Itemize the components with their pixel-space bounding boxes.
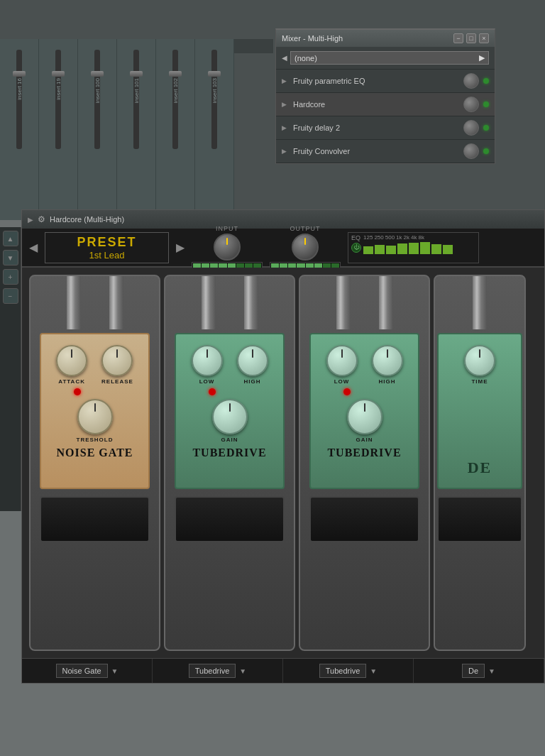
eq-bar-3[interactable]	[386, 246, 396, 254]
side-button-4[interactable]: −	[3, 288, 18, 304]
mixer-strips: insert 16 insert 19 insert 100 insert 10…	[0, 39, 273, 220]
pedal-face-tubedrive1: LOW HIGH GAIN TUBEDRIVE	[175, 333, 285, 489]
mixer-channel-100[interactable]: insert 100	[78, 39, 117, 220]
mixer-channel-103[interactable]: insert 103	[195, 39, 234, 220]
tubedrive1-top-knobs: LOW HIGH	[192, 345, 268, 385]
tubedrive2-top-knobs: LOW HIGH	[326, 345, 403, 385]
jack-right-tubedrive1	[244, 275, 258, 329]
release-label: RELEASE	[101, 378, 133, 385]
noisegate-led[interactable]	[74, 388, 81, 395]
bottom-label-tubedrive1: Tubedrive ▼	[153, 659, 283, 683]
eq-power-button[interactable]: ⏻	[351, 243, 361, 253]
preset-next-button[interactable]: ▶	[176, 241, 185, 254]
treshold-knob-wrapper: TRESHOLD	[77, 399, 114, 443]
restore-button[interactable]: □	[466, 33, 476, 43]
mixer-preset-dropdown[interactable]: (none) ▶	[290, 51, 489, 65]
eq-bar-6[interactable]	[420, 242, 430, 253]
mixer-effect-row-1[interactable]: ▶ Hardcore	[276, 93, 495, 116]
jack-left-tubedrive2	[336, 275, 351, 329]
tubedrive1-title: TUBEDRIVE	[192, 447, 266, 459]
mixer-channel-102[interactable]: insert 102	[156, 39, 195, 220]
fader-handle-102[interactable]	[169, 71, 182, 77]
side-controls: ▲ ▼ + −	[0, 227, 21, 511]
side-button-2[interactable]: ▼	[3, 250, 18, 265]
tubedrive2-led[interactable]	[343, 388, 351, 395]
gain-knob-2[interactable]	[347, 399, 382, 434]
hardcore-expand-arrow[interactable]: ▶	[28, 216, 33, 224]
eq-bar-4[interactable]	[397, 243, 407, 253]
treshold-knob[interactable]	[77, 399, 113, 434]
jack-left-tubedrive1	[202, 275, 216, 329]
eq-bar-2[interactable]	[375, 245, 385, 254]
effect-knob-0[interactable]	[463, 73, 479, 89]
attack-knob[interactable]	[56, 345, 87, 376]
close-button[interactable]: ×	[479, 33, 489, 43]
noisegate-footswitch[interactable]	[40, 496, 150, 542]
effect-led-3[interactable]	[483, 148, 489, 154]
fader-handle-19[interactable]	[52, 71, 65, 77]
input-label: INPUT	[216, 225, 238, 232]
tubedrive2-footswitch[interactable]	[309, 496, 419, 542]
effect-led-0[interactable]	[483, 78, 489, 84]
effect-expand-arrow-2[interactable]: ▶	[282, 124, 289, 131]
dropdown-arrow-delay[interactable]: ▼	[488, 667, 495, 675]
output-section: OUTPUT	[270, 225, 341, 270]
side-button-1[interactable]: ▲	[3, 231, 18, 246]
mixer-effect-row-0[interactable]: ▶ Fruity parametric EQ	[276, 70, 495, 93]
bottom-label-noisegate: Noise Gate ▼	[22, 659, 153, 683]
effect-led-2[interactable]	[483, 125, 489, 131]
mixer-channel-19[interactable]: insert 19	[39, 39, 78, 220]
input-knob[interactable]	[214, 234, 241, 261]
dropdown-arrow-tubedrive1[interactable]: ▼	[239, 667, 246, 675]
effect-knob-2[interactable]	[463, 120, 479, 136]
dropdown-arrow-tubedrive2[interactable]: ▼	[370, 667, 377, 675]
low-knob-1[interactable]	[192, 345, 223, 376]
effect-name-1: Hardcore	[293, 100, 459, 109]
side-button-3[interactable]: +	[3, 269, 18, 285]
effect-expand-arrow-1[interactable]: ▶	[282, 101, 289, 108]
delay-footswitch[interactable]	[437, 496, 522, 542]
mixer-effect-row-3[interactable]: ▶ Fruity Convolver	[276, 140, 495, 163]
effect-expand-arrow-3[interactable]: ▶	[282, 148, 289, 155]
tubedrive1-footswitch[interactable]	[175, 496, 285, 542]
mixer-effect-row-2[interactable]: ▶ Fruity delay 2	[276, 116, 495, 140]
pedal-body-tubedrive1: LOW HIGH GAIN TUBEDRIVE	[165, 329, 294, 650]
gain-knob-1[interactable]	[212, 399, 248, 434]
fader-handle-103[interactable]	[208, 71, 221, 77]
high-knob-1[interactable]	[237, 345, 268, 376]
high-knob-wrapper-1: HIGH	[237, 345, 268, 385]
mixer-channel-18[interactable]: insert 16	[0, 39, 39, 220]
gain-label-2: GAIN	[356, 437, 373, 443]
tubedrive2-title: TUBEDRIVE	[327, 447, 401, 459]
eq-bar-5[interactable]	[409, 243, 419, 253]
minimize-button[interactable]: −	[453, 33, 463, 43]
fader-handle-18[interactable]	[13, 71, 26, 77]
eq-label: EQ	[351, 234, 360, 241]
hardcore-gear-icon[interactable]: ⚙	[38, 214, 45, 224]
hardcore-title-text: Hardcore (Multi-High)	[50, 215, 124, 224]
dropdown-arrow-noisegate[interactable]: ▼	[111, 667, 119, 675]
time-label: TIME	[471, 378, 488, 385]
release-knob[interactable]	[101, 345, 133, 376]
fader-handle-100[interactable]	[91, 71, 104, 77]
tubedrive1-led[interactable]	[209, 388, 216, 395]
mixer-preset-row[interactable]: ◀ (none) ▶	[276, 47, 495, 70]
high-knob-2[interactable]	[372, 345, 403, 376]
eq-bar-8[interactable]	[443, 245, 453, 254]
effect-expand-arrow-0[interactable]: ▶	[282, 77, 289, 84]
eq-bar-7[interactable]	[431, 244, 441, 254]
low-knob-2[interactable]	[326, 345, 358, 376]
effect-led-1[interactable]	[483, 102, 489, 107]
pedal-board: ATTACK RELEASE TRESHOLD NOISE G	[22, 268, 544, 658]
preset-prev-button[interactable]: ◀	[29, 241, 38, 254]
output-knob[interactable]	[292, 234, 319, 261]
effect-knob-1[interactable]	[463, 97, 479, 112]
jack-left-noisegate	[67, 275, 81, 329]
eq-freq-1k: 1k	[396, 234, 402, 241]
mixer-channel-101[interactable]: insert 101	[117, 39, 156, 220]
time-knob[interactable]	[464, 345, 495, 376]
eq-bar-1[interactable]	[363, 246, 373, 254]
preset-dropdown-value: (none)	[294, 54, 317, 62]
fader-handle-101[interactable]	[130, 71, 143, 77]
effect-knob-3[interactable]	[463, 143, 479, 159]
